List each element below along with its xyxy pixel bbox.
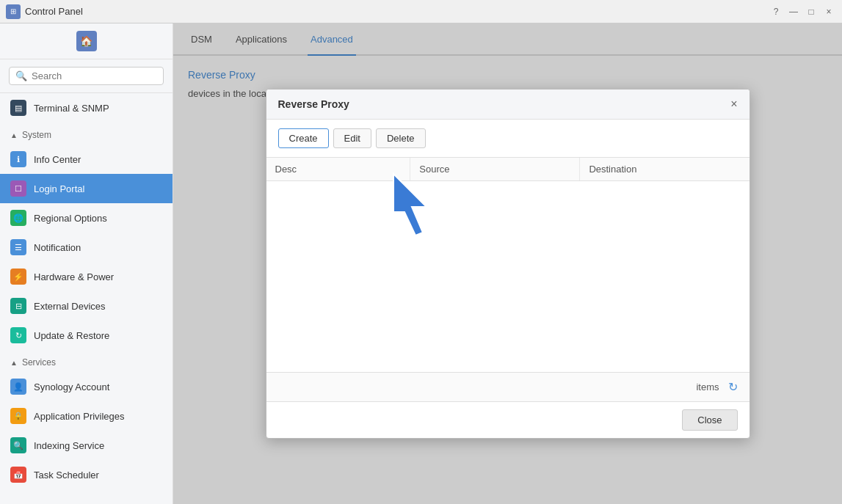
modal-overlay: Reverse Proxy × Create Edit Delete Desc … bbox=[173, 23, 842, 504]
chevron-icon: ▲ bbox=[10, 131, 18, 139]
notification-label: Notification bbox=[34, 242, 81, 253]
search-input[interactable] bbox=[32, 70, 157, 81]
sidebar-item-notification[interactable]: ☰ Notification bbox=[0, 233, 173, 262]
synology-account-label: Synology Account bbox=[34, 381, 109, 392]
table-header: Desc Source Destination bbox=[266, 158, 750, 181]
hardware-power-label: Hardware & Power bbox=[34, 271, 114, 282]
sidebar-item-hardware-power[interactable]: ⚡ Hardware & Power bbox=[0, 262, 173, 291]
section-services[interactable]: ▲ Services bbox=[0, 350, 173, 372]
section-system-label: System bbox=[22, 130, 51, 140]
notification-icon: ☰ bbox=[10, 239, 26, 255]
indexing-service-icon: 🔍 bbox=[10, 437, 26, 453]
main-content: DSM Applications Advanced Reverse Proxy … bbox=[173, 23, 842, 504]
app-privileges-label: Application Privileges bbox=[34, 411, 125, 422]
login-portal-label: Login Portal bbox=[34, 183, 84, 194]
terminal-snmp-label: Terminal & SNMP bbox=[34, 103, 109, 114]
task-scheduler-icon: 📅 bbox=[10, 467, 26, 483]
delete-button[interactable]: Delete bbox=[376, 128, 426, 148]
sidebar-item-external-devices[interactable]: ⊟ External Devices bbox=[0, 291, 173, 321]
sidebar-item-indexing-service[interactable]: 🔍 Indexing Service bbox=[0, 431, 173, 460]
external-devices-icon: ⊟ bbox=[10, 298, 26, 314]
search-icon: 🔍 bbox=[15, 70, 27, 81]
search-box: 🔍 bbox=[9, 67, 164, 85]
sidebar-item-task-scheduler[interactable]: 📅 Task Scheduler bbox=[0, 460, 173, 489]
sidebar-item-application-privileges[interactable]: 🔒 Application Privileges bbox=[0, 401, 173, 431]
titlebar-left: ⊞ Control Panel bbox=[6, 4, 83, 19]
login-portal-icon: ☐ bbox=[10, 180, 26, 197]
regional-options-icon: 🌐 bbox=[10, 210, 26, 226]
sidebar-item-info-center[interactable]: ℹ Info Center bbox=[0, 145, 173, 174]
synology-account-icon: 👤 bbox=[10, 379, 26, 395]
app-privileges-icon: 🔒 bbox=[10, 408, 26, 424]
update-restore-label: Update & Restore bbox=[34, 330, 109, 341]
help-button[interactable]: ? bbox=[769, 4, 783, 19]
modal-title: Reverse Proxy bbox=[278, 98, 349, 110]
table-body bbox=[266, 181, 750, 372]
maximize-button[interactable]: □ bbox=[804, 4, 819, 19]
modal-dialog: Reverse Proxy × Create Edit Delete Desc … bbox=[266, 89, 750, 439]
home-icon[interactable]: 🏠 bbox=[76, 31, 97, 51]
sidebar-item-login-portal[interactable]: ☐ Login Portal bbox=[0, 174, 173, 203]
services-chevron-icon: ▲ bbox=[10, 359, 18, 367]
footer-right: items ↻ bbox=[696, 380, 737, 394]
refresh-button[interactable]: ↻ bbox=[728, 380, 738, 394]
external-devices-label: External Devices bbox=[34, 301, 106, 312]
edit-button[interactable]: Edit bbox=[333, 128, 371, 148]
regional-options-label: Regional Options bbox=[34, 213, 107, 224]
modal-footer: items ↻ bbox=[266, 372, 750, 401]
close-window-button[interactable]: × bbox=[821, 4, 836, 19]
sidebar-search: 🔍 bbox=[0, 59, 173, 93]
items-label: items bbox=[696, 381, 719, 392]
sidebar-item-terminal-snmp[interactable]: ▤ Terminal & SNMP bbox=[0, 93, 173, 123]
titlebar-controls: ? — □ × bbox=[769, 4, 836, 19]
section-system[interactable]: ▲ System bbox=[0, 123, 173, 145]
modal-table: Desc Source Destination bbox=[266, 158, 750, 372]
sidebar-item-regional-options[interactable]: 🌐 Regional Options bbox=[0, 203, 173, 233]
section-services-label: Services bbox=[22, 357, 56, 368]
terminal-icon: ▤ bbox=[10, 100, 26, 116]
sidebar-item-synology-account[interactable]: 👤 Synology Account bbox=[0, 372, 173, 401]
col-header-source: Source bbox=[410, 158, 580, 180]
modal-header: Reverse Proxy × bbox=[266, 90, 750, 120]
create-button[interactable]: Create bbox=[278, 128, 329, 148]
modal-toolbar: Create Edit Delete bbox=[266, 120, 750, 158]
app-container: 🏠 🔍 ▤ Terminal & SNMP ▲ System ℹ Info Ce… bbox=[0, 23, 842, 504]
hardware-power-icon: ⚡ bbox=[10, 269, 26, 285]
sidebar-item-update-restore[interactable]: ↻ Update & Restore bbox=[0, 321, 173, 350]
minimize-button[interactable]: — bbox=[786, 4, 801, 19]
col-header-desc: Desc bbox=[266, 158, 411, 180]
info-center-label: Info Center bbox=[34, 154, 81, 165]
home-button[interactable]: 🏠 bbox=[0, 23, 173, 59]
update-restore-icon: ↻ bbox=[10, 327, 26, 343]
indexing-service-label: Indexing Service bbox=[34, 440, 104, 451]
titlebar-title: Control Panel bbox=[25, 6, 83, 17]
info-center-icon: ℹ bbox=[10, 151, 26, 167]
modal-close-button[interactable]: × bbox=[730, 98, 737, 110]
app-icon: ⊞ bbox=[6, 4, 21, 19]
task-scheduler-label: Task Scheduler bbox=[34, 470, 99, 481]
titlebar: ⊞ Control Panel ? — □ × bbox=[0, 0, 842, 23]
col-header-destination: Destination bbox=[580, 158, 749, 180]
sidebar: 🏠 🔍 ▤ Terminal & SNMP ▲ System ℹ Info Ce… bbox=[0, 23, 173, 504]
modal-action-bar: Close bbox=[266, 401, 750, 438]
close-button[interactable]: Close bbox=[682, 409, 737, 431]
